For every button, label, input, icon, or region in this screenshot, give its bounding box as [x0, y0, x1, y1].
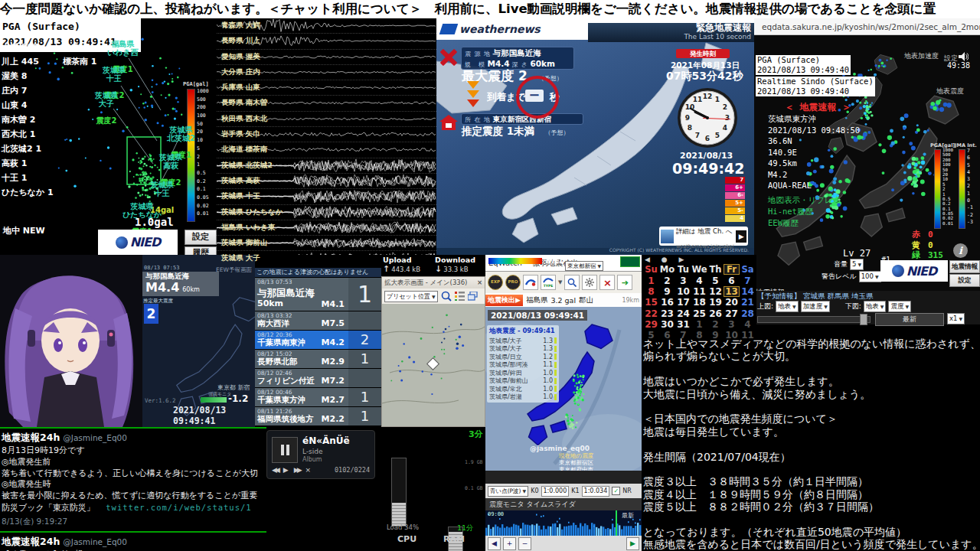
gear-icon[interactable]	[582, 275, 597, 290]
pause-icon[interactable]	[272, 437, 298, 463]
close-icon[interactable]: ×	[477, 277, 482, 289]
day-cell[interactable]: 27	[724, 308, 740, 319]
rainbow-scale-bar	[488, 258, 542, 264]
exp-badge[interactable]: EXP	[488, 275, 503, 290]
speaker-icon[interactable]	[959, 52, 969, 61]
type-logo-button[interactable]: TYPE	[541, 275, 556, 290]
day-cell[interactable]: 8	[643, 286, 659, 297]
speed-select[interactable]: x1▼	[947, 313, 965, 324]
eew-history-row[interactable]: 08/13 03:32 南大西洋 M7.5	[255, 311, 381, 330]
logo-button[interactable]	[523, 275, 538, 290]
wave-type-select[interactable]: 青い点(P波)▼	[488, 486, 528, 497]
eew-history-row[interactable]: 08/12 15:02 長野県北部 M2.9 1	[255, 350, 381, 368]
eew-history-row[interactable]: 08/11 21:26 福岡県筑後地方 M2.2 1	[255, 407, 381, 425]
stop-icon[interactable]: ×	[305, 466, 312, 474]
upper-type-select[interactable]: 加速度▼	[801, 301, 830, 312]
day-cell[interactable]: 23	[659, 308, 675, 319]
day-cell[interactable]: 2	[707, 319, 724, 330]
info-icon[interactable]: i	[953, 243, 968, 258]
day-cell[interactable]: 4	[740, 319, 756, 330]
lower-surface-select[interactable]: 地表▼	[864, 301, 887, 312]
day-cell[interactable]: 25	[691, 308, 707, 319]
upper-surface-select[interactable]: 地表▼	[776, 301, 799, 312]
underground-toggle[interactable]: 地中 NEW	[3, 225, 45, 236]
day-cell[interactable]: 1	[643, 276, 659, 286]
next-track-icon[interactable]: ▶▶	[294, 466, 300, 474]
day-cell[interactable]: 6	[724, 276, 740, 286]
day-cell[interactable]: 24	[675, 308, 691, 319]
legend-list-icon[interactable]	[455, 292, 465, 301]
day-cell[interactable]: 3	[724, 319, 740, 330]
day-cell[interactable]: 22	[643, 308, 659, 319]
eew-history-row[interactable]: 08/12 02:46 フィリピン付近 M7.2	[255, 369, 381, 387]
day-cell[interactable]: 29	[643, 319, 659, 330]
day-cell[interactable]: 12	[707, 286, 724, 297]
history-links[interactable]: 地図表示・リプレイ Hi-net履歴 EEW履歴	[768, 194, 841, 229]
eew-history-row[interactable]: 08/13 07:53 与那国島近海 50km M4.1 1	[255, 278, 381, 311]
browser-address-bar[interactable]: eqdata.sakura.ne.jp/kyoshin/ws/2moni/2se…	[754, 18, 980, 35]
nr-checkbox[interactable]: ✓	[612, 487, 620, 495]
spectrogram-latest[interactable]: 最新	[622, 511, 634, 520]
day-cell[interactable]: 3	[675, 276, 691, 286]
day-cell[interactable]: 9	[659, 286, 675, 297]
play-forward-icon[interactable]: ▶	[626, 537, 639, 550]
station-select[interactable]: 東京都新宿▼	[565, 261, 603, 271]
prev-track-icon[interactable]: ◀◀	[272, 466, 278, 474]
pro-badge[interactable]: PRO	[505, 275, 521, 290]
time-slider-track[interactable]	[757, 316, 871, 323]
latest-button[interactable]: 最新	[875, 313, 944, 326]
settings-button[interactable]: 設定	[185, 230, 217, 245]
k1-input[interactable]: 1:0.034	[582, 486, 610, 497]
day-cell[interactable]: 15	[643, 297, 659, 308]
day-cell[interactable]: 30	[659, 319, 675, 330]
day-cell[interactable]: 7	[740, 276, 756, 286]
day-cell[interactable]: 21	[740, 297, 756, 308]
day-cell[interactable]: 20	[724, 297, 740, 308]
warn-select[interactable]: 100▼	[859, 271, 881, 282]
quake-info-button[interactable]: 地震情報	[949, 260, 980, 273]
svg-text:8: 8	[688, 124, 692, 132]
day-cell[interactable]: 1	[691, 319, 707, 330]
wni-mark-icon	[439, 24, 459, 34]
volume-select[interactable]: 5▼	[850, 259, 864, 270]
zoom-in-icon[interactable]: +	[503, 537, 516, 550]
monitor-tabs[interactable]: 震度モニタ タイムスライダ	[485, 498, 642, 510]
preset-select[interactable]: プリセット位置▼	[384, 291, 438, 302]
back-icon[interactable]: ◀	[488, 537, 501, 550]
lower-type-select[interactable]: 震度▼	[888, 301, 911, 312]
settings-button[interactable]: 設定	[949, 274, 980, 287]
history-button[interactable]: 履歴	[185, 246, 217, 255]
play-icon[interactable]: ▶	[736, 230, 746, 243]
play-icon[interactable]: ▶	[283, 466, 289, 474]
day-cell[interactable]: 14	[740, 286, 756, 297]
day-cell[interactable]: 10	[675, 286, 691, 297]
search-icon[interactable]	[564, 275, 580, 290]
eew-history-row[interactable]: 08/12 00:46 千葉県東方沖 M2.7 1	[255, 388, 381, 406]
zoom-in-icon[interactable]	[441, 291, 452, 302]
close-x-icon[interactable]: ×	[599, 275, 615, 290]
k0-input[interactable]: 1:0.000	[541, 486, 570, 497]
day-cell[interactable]: 18	[691, 297, 707, 308]
day-cell[interactable]: 13	[724, 286, 740, 297]
day-cell[interactable]: 11	[691, 286, 707, 297]
day-cell[interactable]: 19	[707, 297, 724, 308]
day-cell[interactable]: 2	[659, 276, 675, 286]
day-cell[interactable]: 4	[691, 276, 707, 286]
day-cell[interactable]: 16	[659, 297, 675, 308]
map-label-layer: 福島県 いわき西 震度1 茨城県 十王 震度2 茨城県 大子 震度2 茨城県 北…	[0, 18, 217, 255]
layers-icon[interactable]	[468, 292, 479, 301]
day-cell[interactable]: 31	[675, 319, 691, 330]
day-cell[interactable]: 17	[675, 297, 691, 308]
zoom-out-icon[interactable]: −	[518, 537, 531, 550]
eew-history-row[interactable]: 08/12 20:36 千葉県南東沖 M4.2 2	[255, 331, 381, 349]
type-dropdown-arrow[interactable]: ▼	[558, 279, 562, 285]
tweet-link[interactable]: twitter.com/i/web/status/1	[106, 503, 251, 512]
day-cell[interactable]: 5	[707, 276, 724, 286]
day-cell[interactable]: 26	[707, 308, 724, 319]
time-slider-handle[interactable]	[860, 314, 867, 325]
forward-arrow-icon[interactable]: ➔	[617, 275, 632, 290]
quake-channel-banner[interactable]: 詳細は 地震 Ch. へ weathernews.jp/quake/ ▶	[659, 227, 748, 246]
window-titlebar[interactable]: 拡大表示画面 - メイン(336) ×	[382, 277, 485, 289]
calendar-nav[interactable]: ◀ ● ▶	[645, 256, 688, 263]
day-cell[interactable]: 28	[740, 308, 756, 319]
